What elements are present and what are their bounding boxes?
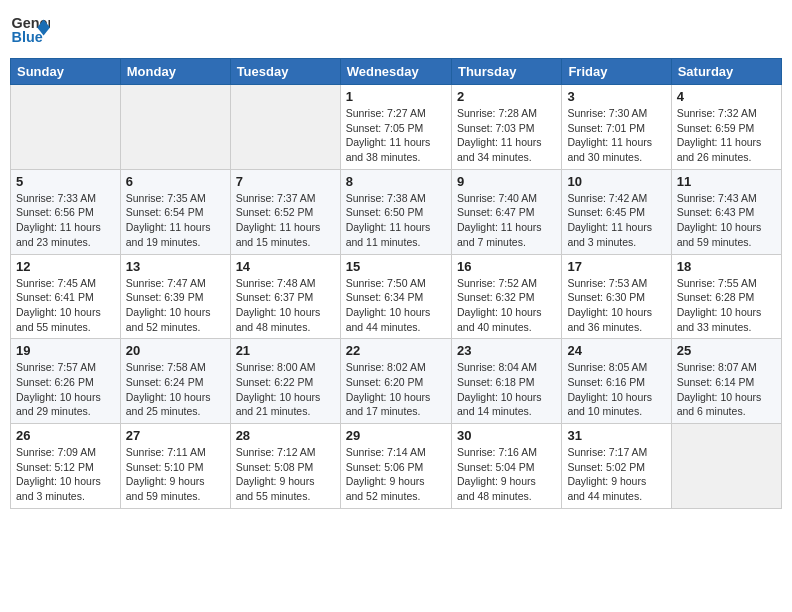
- day-number: 16: [457, 259, 556, 274]
- day-number: 13: [126, 259, 225, 274]
- page-header: General Blue: [10, 10, 782, 50]
- calendar-cell: 30Sunrise: 7:16 AM Sunset: 5:04 PM Dayli…: [451, 424, 561, 509]
- day-number: 23: [457, 343, 556, 358]
- day-info: Sunrise: 8:04 AM Sunset: 6:18 PM Dayligh…: [457, 360, 556, 419]
- day-number: 29: [346, 428, 446, 443]
- calendar-week-row: 26Sunrise: 7:09 AM Sunset: 5:12 PM Dayli…: [11, 424, 782, 509]
- calendar-cell: 18Sunrise: 7:55 AM Sunset: 6:28 PM Dayli…: [671, 254, 781, 339]
- calendar-cell: 16Sunrise: 7:52 AM Sunset: 6:32 PM Dayli…: [451, 254, 561, 339]
- day-number: 8: [346, 174, 446, 189]
- calendar-cell: [120, 85, 230, 170]
- calendar-cell: 9Sunrise: 7:40 AM Sunset: 6:47 PM Daylig…: [451, 169, 561, 254]
- calendar-cell: 6Sunrise: 7:35 AM Sunset: 6:54 PM Daylig…: [120, 169, 230, 254]
- calendar-cell: 14Sunrise: 7:48 AM Sunset: 6:37 PM Dayli…: [230, 254, 340, 339]
- day-info: Sunrise: 7:52 AM Sunset: 6:32 PM Dayligh…: [457, 276, 556, 335]
- day-info: Sunrise: 7:27 AM Sunset: 7:05 PM Dayligh…: [346, 106, 446, 165]
- day-info: Sunrise: 7:57 AM Sunset: 6:26 PM Dayligh…: [16, 360, 115, 419]
- day-number: 26: [16, 428, 115, 443]
- day-number: 15: [346, 259, 446, 274]
- calendar-cell: 29Sunrise: 7:14 AM Sunset: 5:06 PM Dayli…: [340, 424, 451, 509]
- day-of-week-header: Saturday: [671, 59, 781, 85]
- day-number: 10: [567, 174, 665, 189]
- calendar-cell: 26Sunrise: 7:09 AM Sunset: 5:12 PM Dayli…: [11, 424, 121, 509]
- calendar-cell: 2Sunrise: 7:28 AM Sunset: 7:03 PM Daylig…: [451, 85, 561, 170]
- calendar-cell: 27Sunrise: 7:11 AM Sunset: 5:10 PM Dayli…: [120, 424, 230, 509]
- day-number: 2: [457, 89, 556, 104]
- logo: General Blue: [10, 10, 50, 50]
- day-info: Sunrise: 8:00 AM Sunset: 6:22 PM Dayligh…: [236, 360, 335, 419]
- calendar-week-row: 5Sunrise: 7:33 AM Sunset: 6:56 PM Daylig…: [11, 169, 782, 254]
- day-info: Sunrise: 7:30 AM Sunset: 7:01 PM Dayligh…: [567, 106, 665, 165]
- logo-icon: General Blue: [10, 10, 50, 50]
- day-number: 18: [677, 259, 776, 274]
- day-info: Sunrise: 7:43 AM Sunset: 6:43 PM Dayligh…: [677, 191, 776, 250]
- calendar-cell: 21Sunrise: 8:00 AM Sunset: 6:22 PM Dayli…: [230, 339, 340, 424]
- calendar-cell: 24Sunrise: 8:05 AM Sunset: 6:16 PM Dayli…: [562, 339, 671, 424]
- calendar-cell: 4Sunrise: 7:32 AM Sunset: 6:59 PM Daylig…: [671, 85, 781, 170]
- day-number: 1: [346, 89, 446, 104]
- day-of-week-header: Friday: [562, 59, 671, 85]
- calendar-cell: 3Sunrise: 7:30 AM Sunset: 7:01 PM Daylig…: [562, 85, 671, 170]
- calendar-cell: 23Sunrise: 8:04 AM Sunset: 6:18 PM Dayli…: [451, 339, 561, 424]
- svg-text:Blue: Blue: [12, 29, 43, 45]
- calendar-table: SundayMondayTuesdayWednesdayThursdayFrid…: [10, 58, 782, 509]
- calendar-cell: 31Sunrise: 7:17 AM Sunset: 5:02 PM Dayli…: [562, 424, 671, 509]
- calendar-cell: 22Sunrise: 8:02 AM Sunset: 6:20 PM Dayli…: [340, 339, 451, 424]
- calendar-cell: 12Sunrise: 7:45 AM Sunset: 6:41 PM Dayli…: [11, 254, 121, 339]
- day-number: 19: [16, 343, 115, 358]
- calendar-cell: 20Sunrise: 7:58 AM Sunset: 6:24 PM Dayli…: [120, 339, 230, 424]
- day-info: Sunrise: 7:17 AM Sunset: 5:02 PM Dayligh…: [567, 445, 665, 504]
- day-number: 25: [677, 343, 776, 358]
- day-number: 31: [567, 428, 665, 443]
- day-info: Sunrise: 7:42 AM Sunset: 6:45 PM Dayligh…: [567, 191, 665, 250]
- calendar-week-row: 1Sunrise: 7:27 AM Sunset: 7:05 PM Daylig…: [11, 85, 782, 170]
- day-info: Sunrise: 7:12 AM Sunset: 5:08 PM Dayligh…: [236, 445, 335, 504]
- day-number: 20: [126, 343, 225, 358]
- calendar-cell: 13Sunrise: 7:47 AM Sunset: 6:39 PM Dayli…: [120, 254, 230, 339]
- day-number: 9: [457, 174, 556, 189]
- day-of-week-header: Sunday: [11, 59, 121, 85]
- day-info: Sunrise: 7:32 AM Sunset: 6:59 PM Dayligh…: [677, 106, 776, 165]
- calendar-cell: 25Sunrise: 8:07 AM Sunset: 6:14 PM Dayli…: [671, 339, 781, 424]
- day-of-week-header: Monday: [120, 59, 230, 85]
- calendar-cell: [671, 424, 781, 509]
- calendar-cell: 1Sunrise: 7:27 AM Sunset: 7:05 PM Daylig…: [340, 85, 451, 170]
- day-info: Sunrise: 8:07 AM Sunset: 6:14 PM Dayligh…: [677, 360, 776, 419]
- calendar-cell: 11Sunrise: 7:43 AM Sunset: 6:43 PM Dayli…: [671, 169, 781, 254]
- day-info: Sunrise: 7:47 AM Sunset: 6:39 PM Dayligh…: [126, 276, 225, 335]
- day-info: Sunrise: 7:09 AM Sunset: 5:12 PM Dayligh…: [16, 445, 115, 504]
- day-info: Sunrise: 7:11 AM Sunset: 5:10 PM Dayligh…: [126, 445, 225, 504]
- day-info: Sunrise: 7:37 AM Sunset: 6:52 PM Dayligh…: [236, 191, 335, 250]
- calendar-cell: 5Sunrise: 7:33 AM Sunset: 6:56 PM Daylig…: [11, 169, 121, 254]
- day-info: Sunrise: 7:48 AM Sunset: 6:37 PM Dayligh…: [236, 276, 335, 335]
- calendar-cell: 28Sunrise: 7:12 AM Sunset: 5:08 PM Dayli…: [230, 424, 340, 509]
- day-number: 21: [236, 343, 335, 358]
- day-of-week-header: Tuesday: [230, 59, 340, 85]
- day-info: Sunrise: 7:33 AM Sunset: 6:56 PM Dayligh…: [16, 191, 115, 250]
- day-number: 30: [457, 428, 556, 443]
- day-info: Sunrise: 7:16 AM Sunset: 5:04 PM Dayligh…: [457, 445, 556, 504]
- calendar-cell: 10Sunrise: 7:42 AM Sunset: 6:45 PM Dayli…: [562, 169, 671, 254]
- day-number: 11: [677, 174, 776, 189]
- day-info: Sunrise: 7:53 AM Sunset: 6:30 PM Dayligh…: [567, 276, 665, 335]
- calendar-cell: 7Sunrise: 7:37 AM Sunset: 6:52 PM Daylig…: [230, 169, 340, 254]
- calendar-week-row: 19Sunrise: 7:57 AM Sunset: 6:26 PM Dayli…: [11, 339, 782, 424]
- calendar-week-row: 12Sunrise: 7:45 AM Sunset: 6:41 PM Dayli…: [11, 254, 782, 339]
- calendar-cell: [11, 85, 121, 170]
- day-info: Sunrise: 7:45 AM Sunset: 6:41 PM Dayligh…: [16, 276, 115, 335]
- calendar-cell: 8Sunrise: 7:38 AM Sunset: 6:50 PM Daylig…: [340, 169, 451, 254]
- day-info: Sunrise: 7:35 AM Sunset: 6:54 PM Dayligh…: [126, 191, 225, 250]
- day-info: Sunrise: 7:40 AM Sunset: 6:47 PM Dayligh…: [457, 191, 556, 250]
- day-of-week-header: Wednesday: [340, 59, 451, 85]
- day-number: 17: [567, 259, 665, 274]
- calendar-cell: 17Sunrise: 7:53 AM Sunset: 6:30 PM Dayli…: [562, 254, 671, 339]
- day-number: 7: [236, 174, 335, 189]
- day-number: 27: [126, 428, 225, 443]
- day-number: 12: [16, 259, 115, 274]
- day-number: 3: [567, 89, 665, 104]
- day-number: 28: [236, 428, 335, 443]
- calendar-cell: 19Sunrise: 7:57 AM Sunset: 6:26 PM Dayli…: [11, 339, 121, 424]
- day-info: Sunrise: 7:58 AM Sunset: 6:24 PM Dayligh…: [126, 360, 225, 419]
- day-info: Sunrise: 7:14 AM Sunset: 5:06 PM Dayligh…: [346, 445, 446, 504]
- day-info: Sunrise: 7:55 AM Sunset: 6:28 PM Dayligh…: [677, 276, 776, 335]
